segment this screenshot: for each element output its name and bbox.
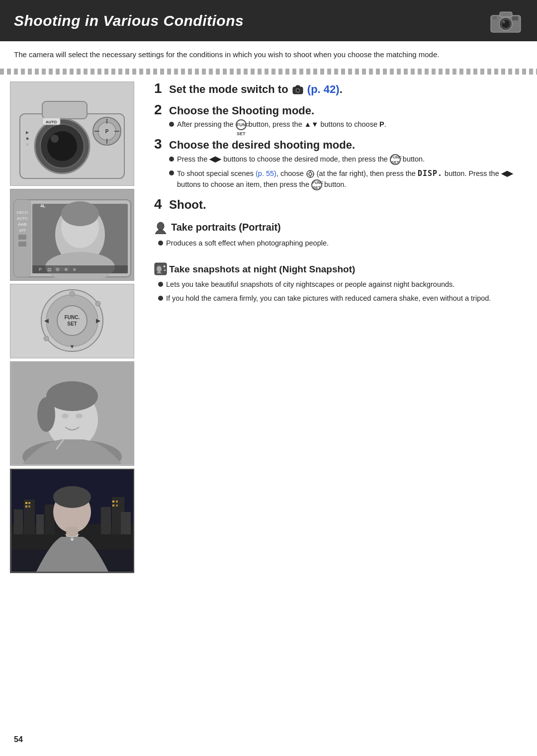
night-bullet-2-text: If you hold the camera firmly, you can t…	[166, 293, 527, 304]
step-1-link[interactable]: (p. 42)	[307, 83, 340, 95]
svg-rect-81	[116, 501, 118, 503]
svg-text:◀: ◀	[44, 318, 49, 324]
header-camera-icon	[488, 7, 523, 34]
svg-rect-8	[42, 101, 87, 119]
svg-rect-80	[112, 501, 114, 503]
svg-text:AWB: AWB	[18, 222, 27, 227]
svg-rect-78	[25, 505, 27, 507]
svg-point-11	[47, 131, 77, 161]
svg-text:AUTO: AUTO	[16, 216, 27, 221]
svg-text:✦: ✦	[163, 264, 166, 269]
svg-text:◆: ◆	[26, 136, 29, 141]
svg-rect-76	[25, 502, 27, 504]
night-portrait-svg	[11, 470, 133, 572]
svg-rect-6	[493, 16, 497, 19]
func-btn-svg: ▲ ▼ ◀ ▶ FUNC. SET	[12, 285, 132, 357]
svg-rect-75	[121, 512, 131, 534]
portrait-bullet-1-text: Produces a soft effect when photographin…	[166, 238, 527, 249]
step-1: 1 Set the mode switch to (p. 42).	[154, 82, 527, 96]
svg-point-56	[95, 301, 100, 306]
step-2: 2 Choose the Shooting mode. After pressi…	[154, 103, 527, 131]
svg-point-36	[61, 201, 99, 226]
camera-top-image: AUTO P ▶ ◆ ☆	[10, 82, 134, 186]
svg-text:⊞: ⊞	[56, 267, 60, 272]
camera-small-icon	[292, 84, 303, 95]
bullet-dot	[169, 122, 174, 127]
step-1-header: 1 Set the mode switch to (p. 42).	[154, 82, 527, 96]
bullet-dot-2	[169, 157, 174, 162]
camera-icon	[490, 8, 522, 33]
svg-rect-83	[116, 504, 118, 506]
portrait-section-label: Take portraits (Portrait)	[171, 222, 281, 233]
step-2-bullet-1: After pressing the FUNCSET button, press…	[169, 119, 527, 130]
bullet-dot-5	[158, 282, 163, 287]
svg-rect-39	[32, 265, 128, 273]
svg-rect-32	[18, 242, 26, 247]
step-2-body: After pressing the FUNCSET button, press…	[154, 119, 527, 130]
svg-point-92	[296, 89, 299, 91]
svg-text:⊗: ⊗	[64, 267, 68, 272]
svg-text:☆: ☆	[26, 143, 29, 146]
svg-point-64	[62, 414, 69, 419]
svg-rect-90	[296, 85, 300, 88]
svg-point-99	[157, 222, 164, 230]
svg-text:FUNC.: FUNC.	[65, 315, 80, 320]
svg-point-2	[501, 19, 510, 28]
step-3-header: 3 Choose the desired shooting mode.	[154, 137, 527, 152]
step-1-title: Set the mode switch to (p. 42).	[169, 83, 343, 96]
step-4: 4 Shoot.	[154, 197, 527, 212]
svg-point-94	[309, 172, 312, 175]
portrait-section-title: Take portraits (Portrait)	[154, 221, 527, 234]
bullet-dot-3	[169, 170, 174, 175]
svg-text:✦: ✦	[164, 269, 166, 272]
func-set-icon-inline-2: FUNC SET	[390, 154, 401, 165]
disp-label: DISP.	[418, 169, 443, 178]
page-number: 54	[14, 735, 23, 744]
stripe-divider	[0, 69, 537, 75]
svg-point-65	[76, 414, 83, 419]
step-2-number: 2	[154, 103, 166, 117]
svg-text:DECO: DECO	[16, 210, 28, 215]
step-4-number: 4	[154, 197, 166, 211]
bullet-dot-4	[158, 241, 163, 246]
svg-point-101	[157, 266, 162, 272]
svg-text:SET: SET	[67, 321, 77, 327]
main-content: AUTO P ▶ ◆ ☆	[0, 82, 537, 576]
func-button-image: ▲ ▼ ◀ ▶ FUNC. SET	[10, 284, 134, 358]
intro-text: The camera will select the necessary set…	[0, 41, 537, 66]
step-3: 3 Choose the desired shooting mode. Pres…	[154, 137, 527, 190]
bullet-dot-6	[158, 296, 163, 301]
step-4-title: Shoot.	[169, 198, 206, 212]
scene-icon	[306, 170, 315, 178]
step-3-link[interactable]: (p. 55)	[256, 169, 276, 177]
night-portrait-image	[10, 469, 134, 573]
svg-rect-71	[36, 514, 44, 534]
images-column: AUTO P ▶ ◆ ☆	[5, 82, 144, 576]
svg-rect-77	[28, 502, 30, 504]
svg-text:▤: ▤	[47, 267, 52, 272]
svg-rect-72	[45, 504, 55, 534]
portrait-section-icon	[154, 221, 167, 234]
func-set-icon-inline-3: FUNC SET	[311, 179, 322, 190]
svg-text:▶: ▶	[26, 130, 29, 135]
night-section-label: Take snapshots at night (Night Snapshot)	[169, 263, 355, 275]
step-1-number: 1	[154, 82, 166, 95]
step-2-bullet-1-text: After pressing the FUNCSET button, press…	[177, 119, 527, 130]
svg-text:※: ※	[73, 267, 77, 272]
night-section-body: Lets you take beautiful snapshots of cit…	[154, 279, 527, 304]
instructions-column: 1 Set the mode switch to (p. 42). 2 Choo…	[144, 82, 527, 576]
night-section-title: ✦ ✦ Take snapshots at night (Night Snaps…	[154, 262, 527, 275]
night-section-icon: ✦ ✦	[154, 262, 167, 275]
portrait-section-body: Produces a soft effect when photographin…	[154, 238, 527, 249]
step-3-title: Choose the desired shooting mode.	[169, 139, 355, 152]
svg-text:P: P	[105, 129, 109, 134]
svg-text:⊘FF: ⊘FF	[18, 229, 26, 232]
svg-point-57	[44, 336, 49, 341]
svg-rect-31	[18, 235, 26, 240]
svg-rect-69	[14, 509, 23, 534]
svg-rect-4	[500, 12, 512, 17]
page-title: Shooting in Various Conditions	[14, 12, 244, 29]
svg-text:▼: ▼	[70, 343, 75, 349]
svg-rect-73	[101, 507, 111, 534]
night-bullet-1-text: Lets you take beautiful snapshots of cit…	[166, 279, 527, 290]
